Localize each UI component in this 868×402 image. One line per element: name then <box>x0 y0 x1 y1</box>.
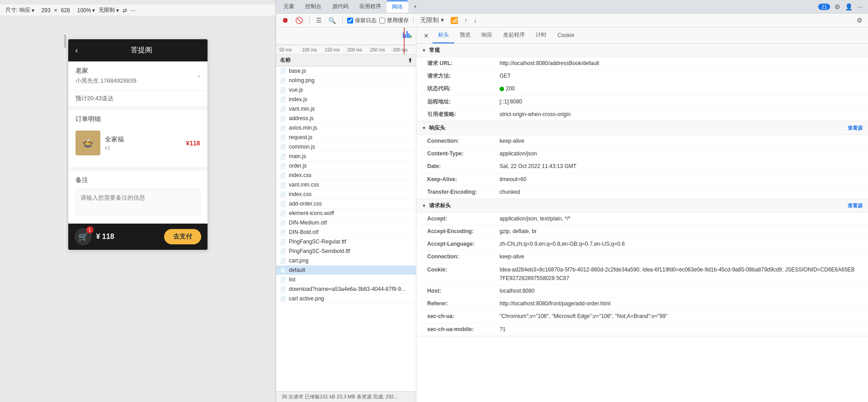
req-row-5: Host localhost:8080 <box>416 285 868 298</box>
preserve-log-checkbox[interactable] <box>347 18 353 23</box>
file-icon: 📄 <box>280 210 286 216</box>
file-item-13[interactable]: 📄index.css <box>276 190 416 199</box>
file-item-3[interactable]: 📄index.js <box>276 95 416 104</box>
limit-selector[interactable]: 无限制 ▾ <box>99 6 119 14</box>
file-item-0[interactable]: 📄base.js <box>276 66 416 76</box>
resp-key-0: Connection <box>427 137 500 145</box>
req-val-2: zh-CN,zh;q=0.9,en;q=0.8,en-GB;q=0.7,en-U… <box>500 240 857 248</box>
tick-150ms: 150 ms <box>323 47 346 52</box>
file-item-4[interactable]: 📄vant.min.js <box>276 104 416 114</box>
address-section[interactable]: 老家 小黑先生 17684928839 › <box>68 61 208 91</box>
back-button[interactable]: ‹ <box>75 46 78 55</box>
file-item-6[interactable]: 📄axios.min.js <box>276 123 416 133</box>
cart-icon[interactable]: 🛒 1 <box>75 228 92 245</box>
device-preview-area: ‹ 菩提阁 老家 小黑先生 17684928839 › 预计20:43送达 订单… <box>68 30 208 250</box>
rotate-icon[interactable]: ⇄ <box>123 7 127 14</box>
order-item-details: 全家福 x1 <box>105 136 182 151</box>
file-item-18[interactable]: 📄PingFangSC-Regular.ttf <box>276 237 416 247</box>
upload-icon[interactable]: ↑ <box>462 16 469 25</box>
file-item-21[interactable]: 📄default <box>276 266 416 275</box>
throttle-selector[interactable]: 无限制 ▾ <box>418 15 446 25</box>
network-details-panel: ✕ 标头 预览 响应 发起程序 计时 Cookie ▼ 常规 请 <box>416 28 868 402</box>
disable-cache-checkbox[interactable] <box>379 18 385 23</box>
request-headers-view-source[interactable]: 查看源 <box>848 202 863 209</box>
file-item-1[interactable]: 📄noImg.png <box>276 76 416 85</box>
notes-input[interactable] <box>75 189 200 216</box>
file-item-24[interactable]: 📄cart active.png <box>276 294 416 304</box>
width-input[interactable]: 293 <box>42 7 51 14</box>
general-section-header[interactable]: ▼ 常规 <box>416 44 868 57</box>
file-item-11[interactable]: 📄index.css <box>276 171 416 180</box>
file-item-23[interactable]: 📄download?name=a53a4e6a-3b83-4044-87f9-9… <box>276 285 416 294</box>
resp-val-4: chunked <box>500 188 857 196</box>
clear-button[interactable]: 🚫 <box>293 16 305 25</box>
file-item-5[interactable]: 📄address.js <box>276 114 416 123</box>
left-panel: 尺寸: 响应 ▾ 293 × 628 100% ▾ 无限制 ▾ ⇄ ··· ‹ … <box>0 0 276 402</box>
file-name: axios.min.js <box>289 125 412 131</box>
profile-icon[interactable]: 👤 <box>845 3 853 10</box>
file-item-8[interactable]: 📄common.js <box>276 142 416 152</box>
file-column-header: 名称 <box>280 56 291 64</box>
horizontal-scrollbar[interactable] <box>64 30 66 250</box>
more-icon[interactable]: ··· <box>131 7 135 14</box>
tick-250ms: 250 ms <box>369 47 392 52</box>
tab-add[interactable]: + <box>408 2 422 12</box>
settings-icon[interactable]: ⚙ <box>835 3 840 10</box>
notifications-badge[interactable]: 21 <box>818 4 830 10</box>
file-item-9[interactable]: 📄main.js <box>276 152 416 161</box>
details-tab-timing[interactable]: 计时 <box>530 28 552 43</box>
tab-application[interactable]: 应用程序 <box>354 1 387 12</box>
file-item-19[interactable]: 📄PingFangSC-Semibold.ttf <box>276 247 416 256</box>
file-item-2[interactable]: 📄vue.js <box>276 85 416 95</box>
tab-elements[interactable]: 元素 <box>278 1 300 12</box>
file-list-scroll-up[interactable]: ⬆ <box>408 57 412 64</box>
file-item-16[interactable]: 📄DIN-Medium.otf <box>276 218 416 228</box>
details-tab-bar: ✕ 标头 预览 响应 发起程序 计时 Cookie <box>416 28 868 44</box>
details-close-button[interactable]: ✕ <box>420 30 433 41</box>
response-headers-section: ▼ 响应头 查看源 Connection keep-alive Content-… <box>416 122 868 199</box>
tab-sources[interactable]: 源代码 <box>327 1 354 12</box>
preserve-log-label[interactable]: 保留日志 <box>347 17 377 24</box>
pay-button[interactable]: 去支付 <box>164 229 201 244</box>
file-item-17[interactable]: 📄DIN-Bold.otf <box>276 228 416 237</box>
file-item-14[interactable]: 📄add-order.css <box>276 199 416 209</box>
file-item-10[interactable]: 📄order.js <box>276 161 416 171</box>
file-item-20[interactable]: 📄cart.png <box>276 256 416 266</box>
disable-cache-label[interactable]: 禁用缓存 <box>379 17 409 24</box>
network-settings-icon[interactable]: ⚙ <box>855 16 864 25</box>
general-row-referrer: 引用者策略 strict-origin-when-cross-origin <box>416 108 868 121</box>
request-headers-section-header[interactable]: ▼ 请求标头 查看源 <box>416 199 868 213</box>
general-key-status: 状态代码 <box>427 84 500 93</box>
file-list[interactable]: 📄base.js 📄noImg.png 📄vue.js 📄index.js 📄v… <box>276 66 416 391</box>
search-button[interactable]: 🔍 <box>326 16 338 25</box>
response-headers-view-source[interactable]: 查看源 <box>848 125 863 131</box>
details-tab-cookie[interactable]: Cookie <box>552 28 580 43</box>
details-tab-response[interactable]: 响应 <box>476 28 498 43</box>
size-selector[interactable]: 尺寸: 响应 ▾ <box>5 6 34 14</box>
limit-chevron: ▾ <box>116 7 119 14</box>
more-options-icon[interactable]: ··· <box>857 3 863 10</box>
filter-button[interactable]: ☰ <box>314 16 324 25</box>
tab-console[interactable]: 控制台 <box>300 1 327 12</box>
file-item-12[interactable]: 📄vant.min.css <box>276 180 416 190</box>
file-name: element-icons.woff <box>289 210 412 216</box>
online-icon[interactable]: 📶 <box>448 16 460 25</box>
general-row-remote: 远程地址 [::1]:8080 <box>416 96 868 108</box>
tab-network[interactable]: 网络 <box>387 0 408 13</box>
details-tab-preview[interactable]: 预览 <box>454 28 476 43</box>
zoom-selector[interactable]: 100% ▾ <box>77 7 95 14</box>
file-item-22[interactable]: 📄list <box>276 275 416 285</box>
file-icon: 📄 <box>280 144 286 150</box>
record-button[interactable]: ⏺ <box>280 15 291 25</box>
file-item-7[interactable]: 📄request.js <box>276 133 416 142</box>
details-tab-headers[interactable]: 标头 <box>433 28 454 43</box>
file-item-15[interactable]: 📄element-icons.woff <box>276 209 416 218</box>
order-item: 🍲 全家福 x1 ¥118 <box>75 128 200 158</box>
height-input[interactable]: 628 <box>61 7 70 14</box>
details-tab-initiator[interactable]: 发起程序 <box>498 28 530 43</box>
req-row-3: Connection keep-alive <box>416 251 868 263</box>
throttle-label: 无限制 <box>420 16 439 23</box>
download-icon[interactable]: ↓ <box>472 16 479 25</box>
response-headers-section-header[interactable]: ▼ 响应头 查看源 <box>416 122 868 135</box>
file-name: list <box>289 276 412 283</box>
